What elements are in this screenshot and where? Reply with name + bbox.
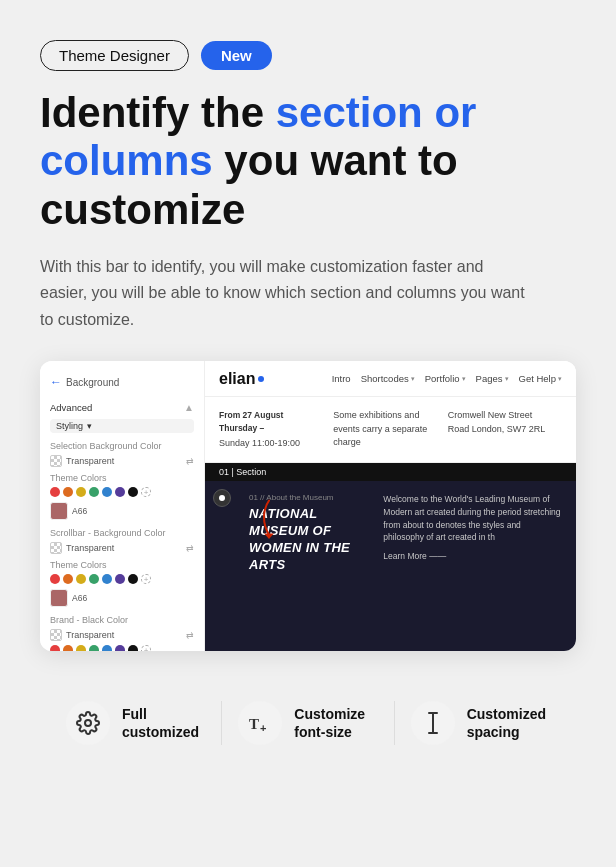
learn-more-link[interactable]: Learn More —— [383, 550, 562, 563]
feature-text-0: Full customized [122, 705, 199, 741]
transparent-label3: Transparent [66, 630, 114, 640]
styling-label: Styling [56, 421, 83, 431]
color-dot-purple[interactable] [115, 487, 125, 497]
feature-item-0: Full customized [50, 701, 222, 745]
transparent-icon3 [50, 629, 62, 641]
new-badge: New [201, 41, 272, 70]
sidebar-advanced-label: Advanced [50, 402, 92, 413]
col1-text: Sunday 11:00-19:00 [219, 438, 300, 448]
svg-point-1 [85, 720, 91, 726]
site-logo: elian [219, 370, 264, 388]
feature-icon-1: T + [238, 701, 282, 745]
museum-section: 01 // About the Museum National Museum o… [205, 481, 576, 651]
color-add-button2[interactable]: + [141, 574, 151, 584]
chevron-pages: ▾ [505, 375, 509, 383]
toggle-icon2: ⇄ [186, 543, 194, 553]
feature-item-2: Customized spacing [395, 701, 566, 745]
feature-label-0-line2: customized [122, 724, 199, 740]
color-dot-red[interactable] [50, 487, 60, 497]
badge-row: Theme Designer New [40, 40, 576, 71]
color-dot-green3[interactable] [89, 645, 99, 651]
sidebar-panel: ← Background Advanced ▲ Styling ▾ Select… [40, 361, 205, 651]
toggle-icon3: ⇄ [186, 630, 194, 640]
color-dot-orange2[interactable] [63, 574, 73, 584]
color-dots-row1: + [40, 485, 204, 499]
color-dot-red3[interactable] [50, 645, 60, 651]
museum-title-line2: Women in the Arts [249, 540, 350, 572]
nav-shortcodes[interactable]: Shortcodes ▾ [361, 373, 415, 384]
svg-text:T: T [249, 716, 259, 732]
control-dot-inner [219, 495, 225, 501]
color-add-button[interactable]: + [141, 487, 151, 497]
color-dot-green2[interactable] [89, 574, 99, 584]
color-dot-orange3[interactable] [63, 645, 73, 651]
sidebar-back-btn[interactable]: ← Background [40, 371, 204, 393]
chevron-portfolio: ▾ [462, 375, 466, 383]
color-dot-yellow2[interactable] [76, 574, 86, 584]
nav-pages[interactable]: Pages ▾ [476, 373, 509, 384]
nav-portfolio[interactable]: Portfolio ▾ [425, 373, 466, 384]
theme-colors-label1: Theme Colors [40, 469, 204, 485]
toggle-icon1: ⇄ [186, 456, 194, 466]
color-dot-purple3[interactable] [115, 645, 125, 651]
selection-bg-label: Selection Background Color [40, 436, 204, 453]
museum-col-right: Welcome to the World's Leading Museum of… [383, 493, 562, 563]
feature-text-2: Customized spacing [467, 705, 546, 741]
content-col3: Cromwell New Street Road London, SW7 2RL [448, 409, 562, 450]
color-dot-purple2[interactable] [115, 574, 125, 584]
feature-label-2-line1: Customized [467, 706, 546, 722]
selected-swatch1[interactable] [50, 502, 68, 520]
color-dot-red2[interactable] [50, 574, 60, 584]
title-highlight1: section or [276, 89, 477, 136]
logo-text: elian [219, 370, 255, 388]
sidebar-styling-select[interactable]: Styling ▾ [50, 419, 194, 433]
sidebar-back-label: Background [66, 377, 119, 388]
color-dot-black[interactable] [128, 487, 138, 497]
feature-row: Full customized T + Customize font-size [40, 681, 576, 755]
selected-swatch2[interactable] [50, 589, 68, 607]
transparent-row1: Transparent ⇄ [40, 453, 204, 469]
title-part4: customize [40, 186, 245, 233]
color-dot-green[interactable] [89, 487, 99, 497]
content-col2: Some exhibitions and events carry a sepa… [333, 409, 447, 450]
main-area: elian Intro Shortcodes ▾ Portfolio ▾ Pag… [205, 361, 576, 651]
color-dot-black2[interactable] [128, 574, 138, 584]
color-dot-yellow[interactable] [76, 487, 86, 497]
color-dot-blue2[interactable] [102, 574, 112, 584]
site-top-section: From 27 August Thursday – Sunday 11:00-1… [205, 397, 576, 463]
chevron-up-icon: ▲ [184, 402, 194, 413]
svg-marker-0 [264, 533, 274, 539]
color-dot-black3[interactable] [128, 645, 138, 651]
arrow-overlay [255, 499, 283, 543]
selected-color-row1: A66 [40, 499, 204, 523]
nav-get-help[interactable]: Get Help ▾ [519, 373, 563, 384]
color-dot-orange[interactable] [63, 487, 73, 497]
title-part3: you want to [213, 137, 458, 184]
transparent-label2: Transparent [66, 543, 114, 553]
theme-colors-label2: Theme Colors [40, 556, 204, 572]
transparent-row2: Transparent ⇄ [40, 540, 204, 556]
color-add-button3[interactable]: + [141, 645, 151, 651]
feature-label-1-line2: font-size [294, 724, 352, 740]
color-dot-blue[interactable] [102, 487, 112, 497]
back-arrow-icon: ← [50, 375, 62, 389]
nav-intro[interactable]: Intro [332, 373, 351, 384]
control-dot[interactable] [213, 489, 231, 507]
page-wrapper: Theme Designer New Identify the section … [0, 0, 616, 867]
color-dot-blue3[interactable] [102, 645, 112, 651]
feature-item-1: T + Customize font-size [222, 701, 394, 745]
col2-text: Some exhibitions and events carry a sepa… [333, 410, 427, 447]
col3-text: Cromwell New Street Road London, SW7 2RL [448, 410, 546, 434]
transparent-icon1 [50, 455, 62, 467]
transparent-row3: Transparent ⇄ [40, 627, 204, 643]
selected-color-row2: A66 [40, 586, 204, 610]
color-dots-row2: + [40, 572, 204, 586]
transparent-label1: Transparent [66, 456, 114, 466]
chevron-down-icon: ▾ [87, 421, 92, 431]
transparent-icon2 [50, 542, 62, 554]
color-dots-row3: + [40, 643, 204, 651]
title-highlight2: columns [40, 137, 213, 184]
nav-links: Intro Shortcodes ▾ Portfolio ▾ Pages ▾ G… [332, 373, 562, 384]
brand-black-label: Brand - Black Color [40, 610, 204, 627]
color-dot-yellow3[interactable] [76, 645, 86, 651]
